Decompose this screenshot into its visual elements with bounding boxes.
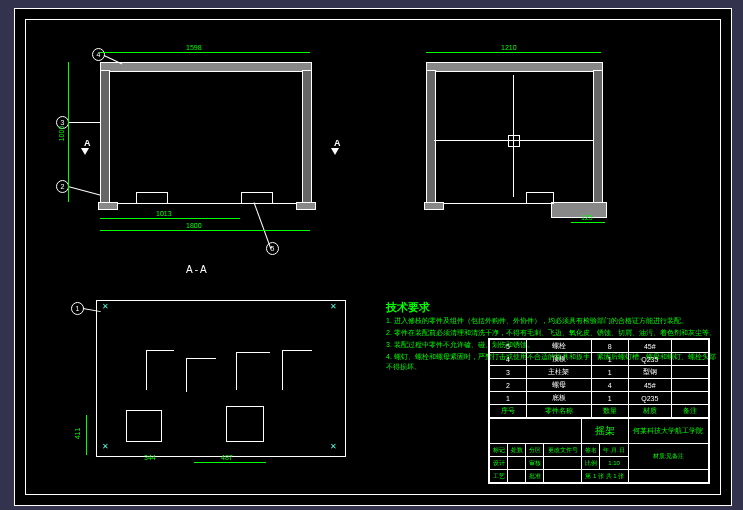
- dim-plan-v1: [86, 415, 87, 455]
- section-marker-a-right: A: [334, 138, 341, 148]
- dim-left-height: 1000: [58, 126, 65, 142]
- school-name: 何某科技大学航工学院: [628, 419, 708, 444]
- drawing-sheet: A A 4 3 2 5 1598 1000 1013 1800 A-A: [14, 8, 732, 506]
- section-label: A-A: [186, 264, 209, 275]
- parts-row: 3主柱架1型钢: [490, 366, 709, 379]
- plan-bracket-d1: [282, 350, 283, 390]
- material: 材质:见备注: [628, 444, 708, 470]
- plan-bracket-a1: [146, 350, 147, 390]
- plan-bracket-b2: [186, 358, 216, 359]
- title-block: 5螺栓845# 4顶板1Q235 3主柱架1型钢 2螺母445# 1底板1Q23…: [488, 338, 710, 484]
- cad-viewport[interactable]: ⊣ ⊏ A A 4 3 2 5: [0, 0, 743, 510]
- parts-row: 5螺栓845#: [490, 340, 709, 353]
- tech-req-1: 1. 进入修枝的零件及组件（包括外购件、外协件），均必须具有检验部门的合格证方能…: [386, 316, 716, 326]
- side-base-block: [526, 192, 554, 204]
- dim-plan-2: 487: [221, 454, 233, 461]
- front-base-block-left: [136, 192, 168, 204]
- side-left-column: [426, 70, 436, 204]
- dim-bot1-line: [100, 218, 240, 219]
- dim-side-width: 1210: [501, 44, 517, 51]
- plan-bracket-b1: [186, 358, 187, 392]
- tech-req-title: 技术要求: [386, 300, 430, 315]
- drawing-border: A A 4 3 2 5 1598 1000 1013 1800 A-A: [25, 19, 721, 495]
- front-foot-left: [98, 202, 118, 210]
- front-elevation-outline: [100, 62, 312, 204]
- plan-opening-1: [126, 410, 162, 442]
- parts-row: 2螺母445#: [490, 379, 709, 392]
- parts-row: 1底板1Q235: [490, 392, 709, 405]
- plan-opening-2: [226, 406, 264, 442]
- dim-side-small-line: [571, 222, 605, 223]
- front-left-column: [100, 70, 110, 204]
- front-base-block-right: [241, 192, 273, 204]
- parts-list-table: 5螺栓845# 4顶板1Q235 3主柱架1型钢 2螺母445# 1底板1Q23…: [489, 339, 709, 418]
- dim-side-top-line: [426, 52, 601, 53]
- side-foot-right: [551, 202, 607, 218]
- leader-2: [68, 186, 101, 196]
- dim-bottom-seg: 1013: [156, 210, 172, 217]
- dim-top-width: 1598: [186, 44, 202, 51]
- plan-bolt-tl: ✕: [102, 302, 109, 311]
- arrow-down-right: [331, 148, 339, 155]
- side-center-hub: [508, 135, 520, 147]
- parts-header: 序号 零件名称 数量 材质 备注: [490, 405, 709, 418]
- plan-bolt-br: ✕: [330, 442, 337, 451]
- project-name: 摇架: [581, 419, 628, 444]
- plan-bracket-c1: [236, 352, 237, 390]
- front-foot-right: [296, 202, 316, 210]
- leader-3: [68, 122, 100, 123]
- front-right-column: [302, 70, 312, 204]
- side-foot-left: [424, 202, 444, 210]
- front-top-plate: [100, 62, 312, 72]
- arrow-down-left: [81, 148, 89, 155]
- dim-bottom-full: 1800: [186, 222, 202, 229]
- plan-bracket-a2: [146, 350, 174, 351]
- dim-top-line: [100, 52, 310, 53]
- side-top-plate: [426, 62, 603, 72]
- plan-bolt-tr: ✕: [330, 302, 337, 311]
- dim-left-line: [68, 62, 69, 202]
- plan-bolt-bl: ✕: [102, 442, 109, 451]
- dim-plan-h1: [194, 462, 266, 463]
- dim-bot-full-line: [100, 230, 310, 231]
- dim-side-small: 125: [581, 214, 593, 221]
- dim-plan-3: 344: [144, 454, 156, 461]
- section-marker-a-left: A: [84, 138, 91, 148]
- plan-bracket-c2: [236, 352, 270, 353]
- leader-5: [254, 202, 272, 249]
- title-block-table: 摇架 何某科技大学航工学院 标记 处数 分区 更改文件号 签名 年.月.日 材质…: [489, 418, 709, 483]
- dim-plan-1: 411: [74, 428, 81, 440]
- plan-bracket-d2: [282, 350, 312, 351]
- side-elevation-outline: [426, 62, 603, 204]
- side-right-column: [593, 70, 603, 204]
- parts-row: 4顶板1Q235: [490, 353, 709, 366]
- tech-req-2: 2. 零件在装配前必须清理和清洗干净，不得有毛刺、飞边、氧化皮、锈蚀、切屑、油污…: [386, 328, 716, 338]
